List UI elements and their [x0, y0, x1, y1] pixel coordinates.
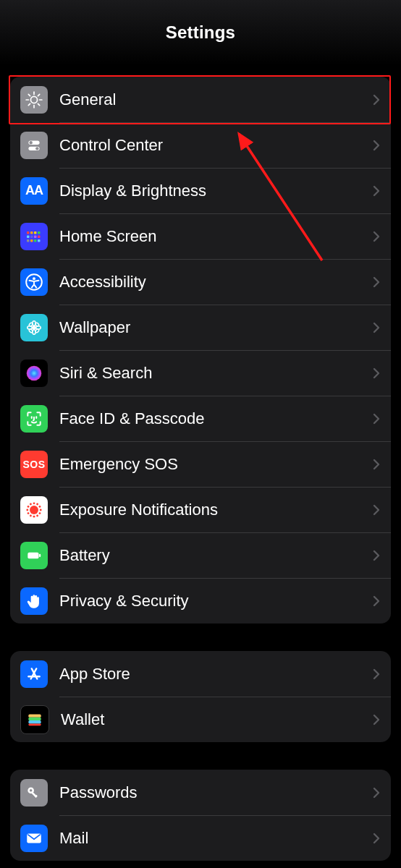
wallet-icon: [20, 705, 49, 734]
row-label: General: [59, 90, 372, 109]
svg-point-40: [40, 509, 42, 511]
svg-point-39: [30, 506, 38, 514]
row-emergency-sos[interactable]: SOSEmergency SOS: [10, 441, 391, 487]
aa-icon: AA: [20, 177, 48, 205]
svg-rect-60: [28, 723, 41, 726]
row-label: Battery: [59, 546, 372, 565]
row-general[interactable]: General: [10, 77, 391, 122]
row-label: Wallpaper: [59, 318, 372, 337]
chevron-right-icon: [372, 230, 381, 243]
svg-line-8: [28, 103, 30, 105]
row-wallet[interactable]: Wallet: [10, 697, 391, 742]
row-siri-search[interactable]: Siri & Search: [10, 350, 391, 396]
gear-icon: [20, 86, 48, 114]
header: Settings: [0, 0, 401, 65]
row-label: Passwords: [59, 783, 372, 802]
chevron-right-icon: [372, 786, 381, 799]
siri-icon: [20, 359, 48, 387]
svg-point-33: [35, 328, 39, 333]
row-label: Siri & Search: [59, 364, 372, 383]
svg-point-32: [28, 322, 33, 326]
svg-rect-17: [27, 235, 30, 238]
chevron-right-icon: [372, 184, 381, 197]
row-label: Face ID & Passcode: [59, 409, 372, 428]
chevron-right-icon: [372, 832, 381, 845]
svg-rect-52: [28, 552, 38, 558]
svg-point-47: [28, 505, 30, 507]
row-mail[interactable]: Mail: [10, 815, 391, 861]
svg-point-51: [39, 505, 41, 507]
accessibility-icon: [20, 268, 48, 296]
svg-point-26: [33, 277, 35, 280]
row-label: Home Screen: [59, 227, 372, 246]
svg-point-27: [32, 326, 35, 329]
row-control-center[interactable]: Control Center: [10, 122, 391, 168]
svg-rect-22: [30, 239, 33, 242]
svg-rect-21: [27, 239, 30, 242]
svg-line-5: [28, 94, 30, 95]
svg-rect-19: [34, 235, 37, 238]
sos-icon: SOS: [20, 451, 48, 478]
svg-point-62: [30, 789, 32, 791]
row-accessibility[interactable]: Accessibility: [10, 259, 391, 305]
row-display-brightness[interactable]: AADisplay & Brightness: [10, 168, 391, 213]
svg-rect-58: [28, 717, 41, 720]
settings-list: GeneralControl CenterAADisplay & Brightn…: [0, 77, 401, 861]
mail-icon: [20, 825, 48, 852]
hand-icon: [20, 587, 48, 615]
svg-rect-23: [34, 239, 37, 242]
svg-rect-53: [39, 553, 41, 556]
svg-point-35: [28, 328, 33, 333]
chevron-right-icon: [372, 321, 381, 334]
chevron-right-icon: [372, 276, 381, 289]
chevron-right-icon: [372, 668, 381, 681]
row-battery[interactable]: Battery: [10, 532, 391, 578]
svg-point-50: [36, 503, 38, 505]
chevron-right-icon: [372, 549, 381, 562]
svg-rect-15: [34, 231, 37, 234]
chevron-right-icon: [372, 367, 381, 380]
svg-point-12: [35, 147, 38, 150]
settings-group: PasswordsMail: [10, 770, 391, 861]
key-icon: [20, 779, 48, 807]
row-label: Privacy & Security: [59, 592, 372, 610]
row-label: Display & Brightness: [59, 182, 372, 200]
svg-rect-18: [30, 235, 33, 238]
svg-point-36: [27, 365, 42, 380]
chevron-right-icon: [372, 139, 381, 152]
svg-line-6: [38, 103, 39, 105]
svg-rect-59: [28, 720, 41, 723]
apps-grid-icon: [20, 223, 48, 250]
row-exposure-notifications[interactable]: Exposure Notifications: [10, 487, 391, 532]
chevron-right-icon: [372, 458, 381, 471]
row-wallpaper[interactable]: Wallpaper: [10, 305, 391, 350]
row-label: Mail: [59, 829, 372, 848]
row-home-screen[interactable]: Home Screen: [10, 213, 391, 259]
chevron-right-icon: [372, 503, 381, 516]
svg-rect-13: [27, 231, 30, 234]
svg-point-45: [28, 512, 30, 514]
exposure-icon: [20, 496, 48, 524]
chevron-right-icon: [372, 595, 381, 608]
chevron-right-icon: [372, 713, 381, 726]
faceid-icon: [20, 405, 48, 433]
settings-group: App StoreWallet: [10, 651, 391, 742]
row-passwords[interactable]: Passwords: [10, 770, 391, 815]
settings-group: GeneralControl CenterAADisplay & Brightn…: [10, 77, 391, 624]
svg-line-7: [38, 94, 39, 95]
svg-point-41: [39, 512, 41, 514]
row-label: Control Center: [59, 136, 372, 155]
row-privacy-security[interactable]: Privacy & Security: [10, 578, 391, 624]
page-title: Settings: [166, 22, 235, 43]
battery-icon: [20, 542, 48, 569]
chevron-right-icon: [372, 412, 381, 425]
appstore-icon: [20, 660, 48, 688]
svg-point-48: [30, 503, 32, 505]
svg-rect-20: [38, 235, 41, 238]
svg-point-42: [36, 514, 38, 516]
row-face-id-passcode[interactable]: Face ID & Passcode: [10, 396, 391, 441]
row-app-store[interactable]: App Store: [10, 651, 391, 697]
svg-point-46: [26, 509, 28, 511]
row-label: Accessibility: [59, 273, 372, 292]
row-label: App Store: [59, 665, 372, 684]
